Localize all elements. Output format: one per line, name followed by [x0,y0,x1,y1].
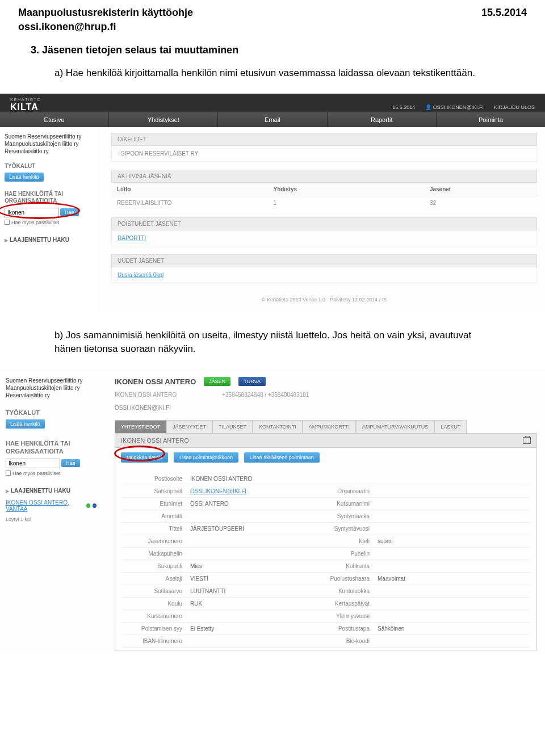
new-members-link[interactable]: Uusia jäseniä 0kpl [118,272,164,278]
expanded-search[interactable]: LAAJENNETTU HAKU [6,488,97,494]
search-input[interactable] [6,459,60,468]
removed-heading: POISTUNEET JÄSENET [111,217,537,230]
email-link[interactable]: OSSI.IKONEN@IKI.FI [190,488,246,494]
sidebar: Suomen Reserviupseeriliitto ry Maanpuolu… [0,369,102,650]
field-value: LUUTNANTTI [190,588,304,594]
field-label: Ammatti [122,513,190,519]
org-item: Reserviläisliitto ry [5,148,93,155]
field-label: Matkapuhelin [122,551,190,557]
header-user: 👤 OSSI.IKONEN@IKI.FI [425,104,484,110]
field-value [190,613,304,619]
org-list: Suomen Reserviupseeriliitto ry Maanpuolu… [5,133,93,155]
field-value [378,600,530,607]
form-row: JäsennumeroKielisuomi [122,535,530,548]
passive-checkbox-row[interactable]: Hae myös passiiviset [6,471,97,476]
cell-liitto: RESERVILÄISLIITTO [117,200,273,206]
checkbox-icon [5,220,10,225]
add-active-pick-button[interactable]: Lisää aktiiviseen poimintaan [244,452,320,463]
field-value: OSSI ANTERO [190,501,304,507]
field-value [378,551,530,557]
passive-checkbox-row[interactable]: Hae myös passiiviset [5,220,93,225]
field-label: Ylennysvuosi [304,613,378,619]
menu-email[interactable]: Email [218,112,327,127]
raportti-link[interactable]: RAPORTTI [118,235,146,241]
field-label: Etunimet [122,501,190,507]
field-label: Kurssinumero [122,613,190,619]
field-value [378,501,530,507]
menu-raportit[interactable]: Raportit [328,112,437,127]
logout-link[interactable]: KIRJAUDU ULOS [494,104,535,110]
new-panel: UUDET JÄSENET Uusia jäseniä 0kpl [111,254,537,283]
field-label: Kuntoluokka [304,588,378,594]
menu-yhdistykset[interactable]: Yhdistykset [109,112,218,127]
section-num: 3. [31,44,39,56]
table-row: RESERVILÄISLIITTO 1 32 [111,196,537,209]
field-label: Syntymävuosi [304,526,378,532]
person-email: OSSI.IKONEN@IKI.FI [115,401,537,420]
print-icon[interactable] [523,437,531,444]
step-b: b) Jos samannimisiä henkilöitä on useita… [0,329,545,369]
form-row: SukupuoliMiesKotikunta [122,560,530,573]
tab-laskut[interactable]: LASKUT [434,420,467,433]
active-heading: AKTIIVISIA JÄSENIÄ [111,170,537,183]
field-label: Sähköposti [122,488,190,494]
search-input[interactable] [5,208,59,217]
field-value: suomi [378,538,530,544]
step-a-text: Hae henkilöä kirjoittamalla henkilön nim… [66,68,475,78]
cell-yhdistys: 1 [273,200,429,206]
tab-tilaukset[interactable]: TILAUKSET [212,420,253,433]
form-row: TitteliJÄRJESTÖUPSEERISyntymävuosi [122,523,530,535]
menu: Etusivu Yhdistykset Email Raportit Poimi… [0,112,545,127]
person-name: IKONEN OSSI ANTERO [115,377,196,386]
field-label: Jäsennumero [122,538,190,544]
tools-heading: TYÖKALUT [6,409,97,416]
field-label: Koulu [122,600,190,607]
tab-ampumaturva[interactable]: AMPUMATURVAVAKUUTUS [356,420,434,433]
add-person-button[interactable]: Lisää henkilö [5,173,44,182]
add-person-button[interactable]: Lisää henkilö [6,419,45,429]
table-header: Liitto Yhdistys Jäsenet [111,183,537,196]
action-buttons: Muokkaa tietoja Lisää poimintajoukkoon L… [115,448,537,467]
field-label: Kotikunta [304,563,378,569]
field-value: IKONEN OSSI ANTERO [190,476,304,482]
field-label: Puhelin [304,551,378,557]
search-result[interactable]: IKONEN OSSI ANTERO, VANTAA [6,499,97,512]
field-label: Sukupuoli [122,563,190,569]
add-picklist-button[interactable]: Lisää poimintajoukkoon [174,452,238,463]
field-label: Organisaatio [304,488,378,494]
detail-heading: IKONEN OSSI ANTERO [115,433,537,448]
menu-etusivu[interactable]: Etusivu [0,112,109,127]
step-b-text: Jos samannimisiä henkilöitä on useita, i… [54,330,471,354]
header-bar: KEHÄTIETO KILTA 15.5.2014 👤 OSSI.IKONEN@… [0,94,545,112]
org-item: Maanpuolustuskiltojen liitto ry [6,384,97,392]
field-value [378,488,530,494]
form-row: AmmattiSyntymäaika [122,510,530,523]
header-right: 15.5.2014 👤 OSSI.IKONEN@IKI.FI KIRJAUDU … [392,104,535,112]
form-row: SotilasarvoLUUTNANTTIKuntoluokka [122,585,530,598]
form-row: KurssinumeroYlennysvuosi [122,610,530,623]
header-date: 15.5.2014 [392,104,415,110]
field-label: Kieli [304,538,378,544]
passive-label: Hae myös passiiviset [12,471,61,476]
tab-yhteystiedot[interactable]: YHTEYSTIEDOT [115,420,166,433]
sub-phones: +358458824848 / +358400483181 [222,392,309,398]
status-dot-green [86,503,90,508]
doc-title: Maanpuolustusrekisterin käyttöohje [18,7,193,19]
menu-poiminta[interactable]: Poiminta [437,112,545,127]
field-value [190,538,304,544]
sub-name: IKONEN OSSI ANTERO [115,392,177,398]
rights-item: - SIPOON RESERVILÄISET RY [111,146,537,162]
org-item: Suomen Reserviupseeriliitto ry [6,377,97,384]
checkbox-icon [6,471,11,476]
tab-ampumakortti[interactable]: AMPUMAKORTTI [303,420,356,433]
tab-jasenyydet[interactable]: JÄSENYYDET [166,420,212,433]
edit-button[interactable]: Muokkaa tietoja [121,452,168,463]
new-heading: UUDET JÄSENET [111,254,537,267]
expanded-search[interactable]: LAAJENNETTU HAKU [5,237,93,243]
removed-panel: POISTUNEET JÄSENET RAPORTTI [111,217,537,246]
search-button[interactable]: Hae [61,459,80,467]
search-button[interactable]: Hae [60,208,79,216]
form-row: PostiosoiteIKONEN OSSI ANTERO [122,473,530,485]
tab-kontaktointi[interactable]: KONTAKTOINTI [253,420,303,433]
step-a-letter: a) [54,68,63,78]
